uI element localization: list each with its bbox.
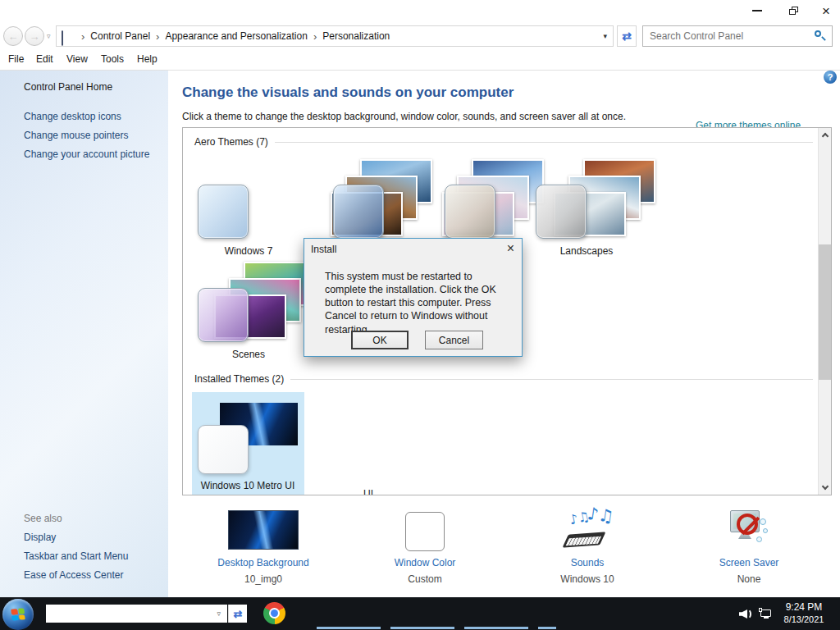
theme-label-windows10-metro: Windows 10 Metro UI <box>194 480 301 491</box>
volume-icon[interactable] <box>739 608 752 620</box>
dialog-message: This system must be restarted to complet… <box>325 270 515 336</box>
window-color-link[interactable]: Window Color <box>359 557 491 568</box>
group-divider <box>286 379 813 380</box>
window-color-value: Custom <box>359 573 491 585</box>
taskbar-clock[interactable]: 9:24 PM 8/13/2021 <box>774 601 833 624</box>
scroll-down-icon[interactable] <box>822 483 829 490</box>
bubble-icon <box>760 518 766 525</box>
start-button[interactable] <box>2 599 34 630</box>
theme-glass-overlay <box>536 185 587 239</box>
menu-edit[interactable]: Edit <box>36 53 53 65</box>
menu-view[interactable]: View <box>66 53 88 65</box>
search-box[interactable] <box>642 25 833 47</box>
breadcrumb-control-panel[interactable]: Control Panel <box>88 30 153 42</box>
theme-glass-overlay <box>198 185 249 239</box>
taskbar-indicator <box>464 627 528 629</box>
taskbar-indicator <box>317 627 381 629</box>
bubble-icon <box>763 528 768 533</box>
sidebar-item-control-panel-home[interactable]: Control Panel Home <box>24 81 112 93</box>
desktop-background-value: 10_img0 <box>198 573 329 585</box>
dialog-title: Install <box>311 244 336 255</box>
cancel-button[interactable]: Cancel <box>425 331 483 349</box>
theme-glass-overlay <box>333 185 384 239</box>
back-icon: ← <box>8 30 19 43</box>
help-icon: ? <box>828 72 833 82</box>
theme-windows10-metro-ui[interactable]: Windows 10 Metro UI <box>192 392 304 495</box>
sidebar-item-display[interactable]: Display <box>24 532 56 543</box>
network-icon[interactable] <box>759 608 773 620</box>
dialog-close-icon[interactable]: × <box>507 241 514 256</box>
screen-saver-link[interactable]: Screen Saver <box>683 557 815 568</box>
search-icon[interactable] <box>815 30 826 42</box>
sounds-link[interactable]: Sounds <box>522 557 653 568</box>
theme-label-landscapes: Landscapes <box>541 245 632 257</box>
menu-help[interactable]: Help <box>137 53 158 65</box>
group-divider <box>272 142 813 143</box>
recent-pages-dropdown[interactable]: ▿ <box>47 32 51 40</box>
refresh-icon: ⇄ <box>234 608 243 620</box>
windows-flag-icon <box>11 608 25 621</box>
breadcrumb-chevron-icon: › <box>78 30 88 43</box>
combo-dropdown-icon[interactable]: ▿ <box>210 609 227 618</box>
taskbar-address-input[interactable] <box>46 605 210 623</box>
forward-icon: → <box>30 30 40 43</box>
refresh-button[interactable]: ⇄ <box>617 25 637 47</box>
breadcrumb-appearance[interactable]: Appearance and Personalization <box>162 30 309 42</box>
desktop-background-thumbnail[interactable] <box>228 510 299 550</box>
music-notes-icon: ♪♫ <box>586 504 614 527</box>
close-button[interactable]: × <box>812 0 840 21</box>
scroll-up-icon[interactable] <box>822 133 829 139</box>
breadcrumb-personalization[interactable]: Personalization <box>320 30 392 42</box>
breadcrumb-chevron-icon: › <box>153 30 162 43</box>
prohibition-icon <box>737 514 758 535</box>
scrollbar-thumb[interactable] <box>819 244 832 380</box>
window-color-swatch[interactable] <box>405 512 445 551</box>
restore-icon <box>789 7 798 15</box>
address-bar[interactable]: › Control Panel › Appearance and Persona… <box>56 25 614 47</box>
restore-button[interactable] <box>779 0 807 21</box>
theme-glass-overlay <box>198 288 249 342</box>
page-subtitle: Click a theme to change the desktop back… <box>182 111 626 122</box>
personalization-window: × ← → ▿ › Control Panel › Appearance and… <box>0 0 840 630</box>
sidebar-item-change-desktop-icons[interactable]: Change desktop icons <box>24 111 121 122</box>
personalization-icon <box>62 31 75 42</box>
help-button[interactable]: ? <box>824 71 837 84</box>
search-input[interactable] <box>643 30 815 42</box>
back-button[interactable]: ← <box>3 26 23 46</box>
taskbar-address-box[interactable]: ▿ <box>46 605 227 623</box>
sidebar-item-ease-of-access[interactable]: Ease of Access Center <box>24 569 123 581</box>
taskbar-refresh-button[interactable]: ⇄ <box>228 605 247 623</box>
keyboard-icon <box>563 532 606 547</box>
taskbar-indicator <box>538 627 556 629</box>
minimize-icon <box>752 10 762 11</box>
see-also-heading: See also <box>24 513 62 524</box>
sounds-value: Windows 10 <box>522 573 653 585</box>
theme-glass-overlay <box>445 185 495 239</box>
chrome-icon[interactable] <box>263 602 285 624</box>
sidebar-item-change-account-picture[interactable]: Change your account picture <box>24 148 149 160</box>
menu-tools[interactable]: Tools <box>101 53 124 65</box>
clock-date: 8/13/2021 <box>774 614 833 624</box>
aero-themes-header: Aero Themes (7) <box>194 136 275 148</box>
menu-file[interactable]: File <box>8 53 24 65</box>
clock-time: 9:24 PM <box>774 601 833 613</box>
sidebar-item-taskbar-start-menu[interactable]: Taskbar and Start Menu <box>24 550 128 562</box>
sidebar-item-change-mouse-pointers[interactable]: Change mouse pointers <box>24 130 128 141</box>
minimize-button[interactable] <box>743 0 771 21</box>
install-dialog: Install × This system must be restarted … <box>304 238 523 357</box>
taskbar-indicator <box>390 627 454 629</box>
sounds-icon[interactable]: ♪♫ ♪♫ <box>564 509 610 551</box>
theme-label-clipped: UI <box>352 488 385 495</box>
sidebar: Control Panel Home Change desktop icons … <box>0 71 168 597</box>
address-dropdown-icon[interactable]: ▾ <box>597 32 613 40</box>
screen-saver-icon[interactable] <box>725 507 774 553</box>
bubble-icon <box>756 536 762 542</box>
screen-saver-value: None <box>683 573 815 585</box>
installed-themes-header: Installed Themes (2) <box>194 373 290 385</box>
ok-button[interactable]: OK <box>351 331 409 349</box>
desktop-background-link[interactable]: Desktop Background <box>198 557 329 568</box>
forward-button[interactable]: → <box>25 26 44 46</box>
themes-scrollbar[interactable] <box>818 128 832 495</box>
breadcrumb-chevron-icon: › <box>310 30 320 43</box>
refresh-icon: ⇄ <box>622 30 632 43</box>
